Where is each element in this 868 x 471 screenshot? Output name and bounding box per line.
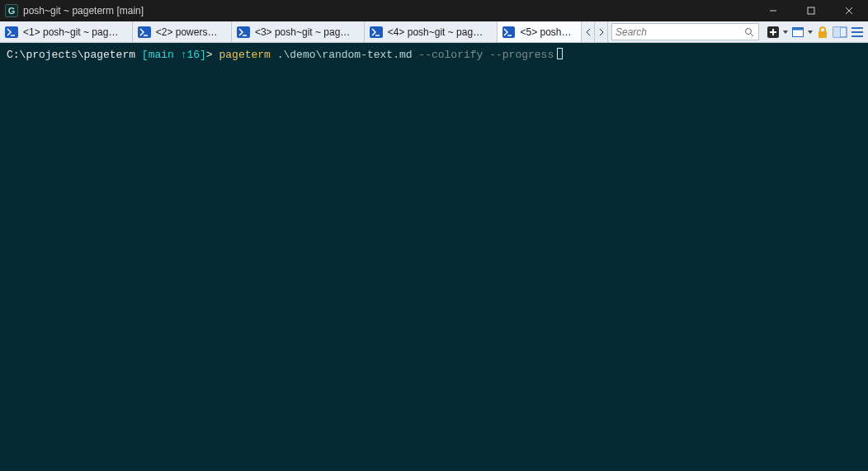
tab-scroll-left[interactable] xyxy=(582,21,595,42)
panel-split-button[interactable] xyxy=(832,24,848,40)
terminal-pane[interactable]: C:\projects\pageterm [main ↑16]> pageter… xyxy=(0,43,868,471)
svg-rect-1 xyxy=(808,7,814,14)
prompt-gt: > xyxy=(206,49,213,61)
tab-scroll-right[interactable] xyxy=(595,21,608,42)
prompt-args: .\demo\random-text.md xyxy=(277,49,413,61)
search-input[interactable] xyxy=(616,26,740,38)
terminal-cursor xyxy=(557,48,563,59)
search-box[interactable] xyxy=(611,23,759,40)
window-layout-dropdown[interactable] xyxy=(807,31,814,34)
tab-label: <5> posh~g xyxy=(520,26,573,38)
window-layout-button[interactable] xyxy=(790,24,805,40)
tab-5[interactable]: <5> posh~g xyxy=(498,21,583,42)
new-tab-dropdown[interactable] xyxy=(782,31,789,34)
tab-3[interactable]: <3> posh~git ~ page… xyxy=(232,21,365,42)
tab-strip: <1> posh~git ~ page… <2> powershell <3> … xyxy=(0,21,868,43)
maximize-button[interactable] xyxy=(792,0,830,21)
tab-label: <3> posh~git ~ page… xyxy=(255,26,356,38)
prompt-path: C:\projects\pageterm xyxy=(7,49,135,61)
tab-label: <2> powershell xyxy=(156,26,223,38)
svg-rect-15 xyxy=(792,27,803,30)
svg-line-10 xyxy=(751,34,753,36)
powershell-icon xyxy=(502,26,516,38)
titlebar: G posh~git ~ pageterm [main] xyxy=(0,0,868,21)
powershell-icon xyxy=(5,26,18,38)
powershell-icon xyxy=(138,26,151,38)
window-title: posh~git ~ pageterm [main] xyxy=(23,5,144,16)
menu-button[interactable] xyxy=(850,24,865,40)
tab-label: <1> posh~git ~ page… xyxy=(23,26,124,38)
tab-label: <4> posh~git ~ page… xyxy=(388,26,488,38)
tab-2[interactable]: <2> powershell xyxy=(133,21,232,42)
prompt-cmd: pageterm xyxy=(219,49,270,61)
tab-1[interactable]: <1> posh~git ~ page… xyxy=(0,21,133,42)
minimize-button[interactable] xyxy=(754,0,792,21)
prompt-branch: [main ↑16] xyxy=(142,49,206,61)
svg-point-9 xyxy=(745,28,751,34)
app-icon: G xyxy=(5,4,18,17)
powershell-icon xyxy=(370,26,383,38)
close-button[interactable] xyxy=(830,0,868,21)
prompt-flags: --colorify --progress xyxy=(418,49,554,61)
new-tab-button[interactable] xyxy=(766,24,781,40)
lock-button[interactable] xyxy=(815,24,830,40)
tab-4[interactable]: <4> posh~git ~ page… xyxy=(365,21,498,42)
toolbar xyxy=(762,21,868,42)
powershell-icon xyxy=(237,26,250,38)
app-icon-letter: G xyxy=(8,6,16,16)
svg-rect-16 xyxy=(818,31,827,38)
svg-rect-19 xyxy=(833,27,840,37)
search-icon xyxy=(743,26,755,38)
